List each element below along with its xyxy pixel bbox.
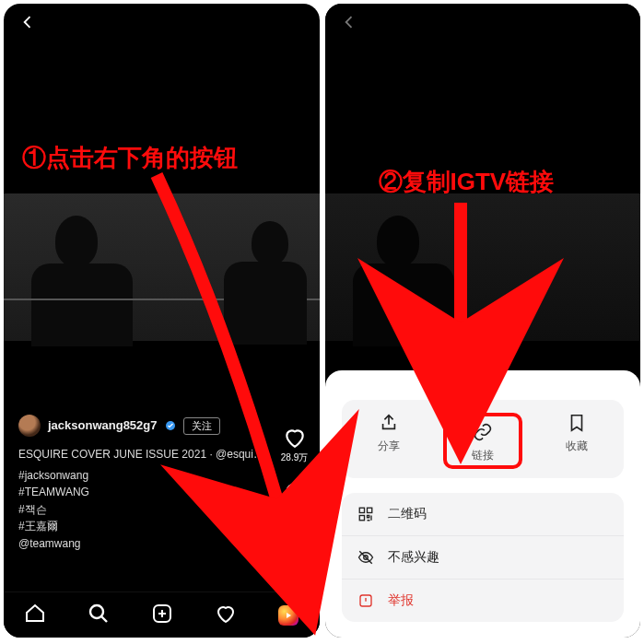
share-icon (379, 413, 399, 433)
link-icon (473, 422, 493, 442)
verified-badge-icon (165, 420, 176, 431)
sheet-menu-list: 二维码 不感兴趣 举报 (342, 493, 625, 622)
svg-rect-4 (359, 508, 364, 512)
svg-rect-6 (359, 516, 364, 521)
menu-qrcode[interactable]: 二维码 (342, 493, 625, 536)
nav-search[interactable] (88, 603, 110, 628)
menu-qrcode-label: 二维码 (388, 506, 427, 522)
menu-report-label: 举报 (388, 592, 414, 609)
comment-button[interactable] (283, 481, 307, 505)
menu-not-interested[interactable]: 不感兴趣 (342, 536, 625, 580)
username[interactable]: jacksonwang852g7 (48, 416, 158, 435)
report-icon (357, 592, 375, 609)
avatar[interactable] (18, 415, 41, 437)
menu-report[interactable]: 举报 (342, 580, 625, 622)
sheet-share-button[interactable]: 分享 (349, 413, 428, 469)
back-button[interactable] (340, 13, 358, 35)
sheet-share-label: 分享 (378, 439, 400, 454)
back-button[interactable] (18, 13, 37, 35)
plus-square-icon (151, 603, 173, 625)
post-info: jacksonwang852g7 关注 ESQUIRE COVER JUNE I… (18, 415, 268, 553)
svg-rect-5 (367, 508, 371, 512)
sheet-link-label: 链接 (472, 448, 494, 463)
hashtag[interactable]: #TEAMWANG (18, 484, 268, 501)
mention[interactable]: @teamwang (18, 535, 268, 553)
bottom-nav (4, 591, 320, 638)
search-icon (88, 603, 110, 625)
bookmark-icon (567, 413, 587, 433)
home-icon (24, 603, 46, 625)
follow-button[interactable]: 关注 (183, 417, 220, 435)
heart-icon (283, 426, 307, 450)
hashtag[interactable]: #jacksonwang (18, 467, 268, 485)
like-count: 28.9万 (281, 451, 308, 464)
caption-text: ESQUIRE COVER JUNE ISSUE 2021 · @esqui… (18, 446, 268, 463)
heart-icon (215, 603, 237, 625)
menu-not-interested-label: 不感兴趣 (388, 549, 439, 566)
hashtag[interactable]: #王嘉爾 (18, 518, 268, 535)
screenshot-step-2: ②复制IGTV链接 分享 链接 收藏 (325, 4, 641, 638)
video-frame[interactable] (4, 193, 320, 341)
hashtag-list: #jacksonwang #TEAMWANG #잭슨 #王嘉爾 @teamwan… (18, 467, 268, 553)
chevron-left-icon (340, 13, 358, 31)
sheet-link-button[interactable]: 链接 (443, 413, 522, 469)
sheet-action-row: 分享 链接 收藏 (342, 400, 625, 478)
share-button[interactable] (283, 521, 307, 545)
svg-point-2 (90, 605, 103, 618)
nav-home[interactable] (24, 603, 46, 628)
qrcode-icon (357, 506, 375, 522)
right-action-rail: 28.9万 (281, 426, 309, 590)
eye-off-icon (357, 549, 375, 566)
nav-activity[interactable] (215, 603, 237, 628)
send-icon (283, 521, 307, 545)
hashtag[interactable]: #잭슨 (18, 501, 268, 519)
chevron-left-icon (18, 13, 37, 31)
reels-icon (278, 605, 299, 626)
sheet-save-button[interactable]: 收藏 (537, 413, 616, 469)
annotation-step-2: ②复制IGTV链接 (379, 166, 555, 198)
more-options-button[interactable] (281, 562, 309, 590)
svg-point-1 (287, 484, 302, 499)
sheet-handle[interactable] (466, 383, 499, 387)
comment-icon (283, 481, 307, 505)
screenshot-step-1: ①点击右下角的按钮 jacksonwang852g7 关注 ESQUIRE CO… (4, 4, 320, 638)
nav-reels[interactable] (278, 605, 299, 626)
annotation-step-1: ①点击右下角的按钮 (22, 142, 238, 174)
video-frame-dimmed (325, 193, 641, 341)
like-button[interactable]: 28.9万 (281, 426, 308, 464)
share-sheet: 分享 链接 收藏 二维码 (325, 370, 641, 638)
nav-create[interactable] (151, 603, 173, 628)
sheet-save-label: 收藏 (566, 439, 588, 454)
